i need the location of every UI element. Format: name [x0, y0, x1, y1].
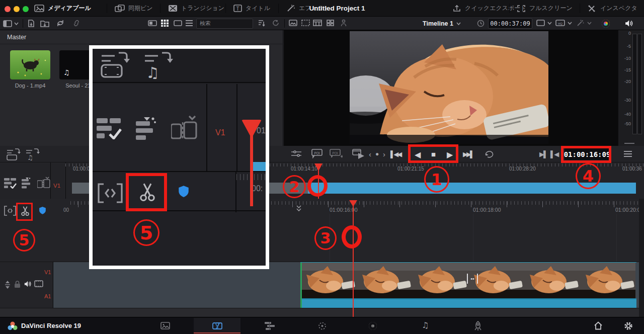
in-out-range-icon[interactable] [301, 20, 310, 26]
person-icon[interactable] [341, 19, 347, 27]
jump-next-edit-icon[interactable]: ▶▌ [539, 150, 547, 158]
track-speaker-icon[interactable] [23, 280, 32, 288]
chevron-down-icon [568, 22, 572, 25]
settings-gear-icon[interactable] [624, 321, 633, 330]
resolution-dropdown[interactable] [536, 20, 552, 26]
inset-snapping-icon[interactable] [177, 184, 190, 198]
trim-mode-icon[interactable] [4, 206, 16, 216]
smart-insert-icon[interactable] [4, 178, 17, 189]
timeline-selector[interactable]: Timeline 1 [423, 17, 461, 30]
inset-ripple-overwrite-icon[interactable] [171, 115, 197, 140]
previous-mark-icon[interactable]: ‹ [369, 150, 371, 158]
list-view-icon[interactable] [186, 19, 193, 28]
tab-titles[interactable]: T タイトル [233, 0, 270, 17]
source-timecode[interactable]: 00:00:37:09 [488, 18, 532, 29]
color-management-icon[interactable] [602, 20, 610, 28]
search-placeholder: 検索 [200, 20, 211, 27]
tab-media-pool[interactable]: メディアプール [34, 0, 91, 17]
tab-label: タイトル [246, 4, 270, 13]
inset-append-icon[interactable] [136, 116, 156, 140]
track-film-icon[interactable] [34, 280, 43, 287]
append-icon[interactable] [22, 178, 31, 189]
traffic-light-minimize[interactable] [14, 6, 20, 12]
next-mark-icon[interactable]: › [383, 150, 385, 158]
still-icon[interactable] [289, 20, 297, 26]
video-thumbnail [10, 50, 50, 79]
home-icon[interactable] [594, 321, 603, 330]
page-deliver-icon[interactable] [473, 321, 482, 331]
sync-icon[interactable] [56, 20, 64, 27]
audio-monitor-speaker-icon[interactable] [624, 19, 633, 28]
traffic-light-zoom[interactable] [23, 6, 29, 12]
last-frame-icon[interactable]: ▶▶▌ [463, 150, 473, 158]
card-view-icon[interactable] [148, 20, 157, 26]
loop-icon[interactable] [484, 149, 494, 158]
clip-left-edge[interactable] [300, 263, 302, 308]
import-media-icon[interactable] [27, 20, 35, 27]
first-frame-icon[interactable]: ▌◀◀ [390, 150, 400, 158]
meter-scale-10: -10 [624, 56, 631, 61]
annotation-ring-mini-playhead [307, 175, 328, 197]
inset-insert-video-icon[interactable] [100, 52, 131, 79]
transport-menu-icon[interactable] [624, 149, 632, 158]
page-edit-icon[interactable] [265, 322, 275, 330]
video-track-label[interactable]: V1 [44, 269, 51, 275]
track-height-icon[interactable] [4, 280, 11, 289]
collapse-chevrons-icon[interactable] [296, 205, 302, 212]
fullscreen-button[interactable]: フルスクリーン [517, 0, 573, 17]
jump-prev-edit-icon[interactable]: ▌◀ [550, 150, 558, 158]
refresh-icon[interactable] [272, 20, 279, 26]
tools-icon[interactable] [291, 150, 302, 158]
grid-view-icon[interactable] [161, 20, 169, 27]
grid-bins-icon[interactable] [327, 20, 334, 26]
sort-icon[interactable] [258, 19, 265, 27]
insert-audio-icon[interactable]: ♫ [25, 148, 40, 160]
inset-smart-insert-icon[interactable] [97, 117, 123, 139]
clip-thumbnail [300, 263, 356, 298]
timeline-clip[interactable]: •• [300, 262, 636, 307]
record-icon[interactable]: ● [375, 150, 379, 157]
ripple-overwrite-icon[interactable] [37, 177, 50, 189]
playhead-line [353, 200, 354, 317]
poi-icon[interactable]: POI [310, 149, 324, 159]
music-note-icon: ♫ [63, 68, 70, 76]
search-input[interactable]: 検索 [196, 19, 253, 29]
page-fairlight-icon[interactable]: ♫ [422, 320, 429, 330]
play-clip-icon[interactable] [352, 149, 365, 159]
inset-insert-audio-icon[interactable]: ♫ [143, 52, 174, 79]
meter-scale-5: -5 [627, 44, 631, 49]
page-fusion-icon[interactable] [317, 321, 327, 330]
enhancement-dropdown[interactable] [577, 20, 592, 27]
quick-export-button[interactable]: クイックエクスポート [453, 0, 527, 17]
viewer-video[interactable] [350, 31, 548, 144]
fullscreen-icon [517, 5, 525, 12]
lock-icon[interactable] [14, 281, 21, 288]
zoom-inset-callout: ♫ V1 01 [89, 45, 269, 269]
strip-view-icon[interactable] [174, 20, 182, 26]
poi-add-icon[interactable]: POI [330, 149, 343, 159]
unlink-icon[interactable] [72, 20, 80, 27]
inspector-button[interactable]: インスペクタ [588, 0, 637, 17]
snapping-icon[interactable] [38, 206, 47, 215]
panel-toggle[interactable] [3, 17, 19, 30]
traffic-light-close[interactable] [5, 6, 11, 12]
import-folder-icon[interactable] [40, 20, 49, 27]
bin-name[interactable]: Master [7, 34, 26, 41]
tab-transitions[interactable]: トランジション [168, 0, 224, 17]
inset-trim-mode-icon[interactable] [98, 183, 123, 203]
divider [225, 4, 226, 13]
tab-sync-bin[interactable]: 同期ビン [115, 0, 153, 17]
page-cut-tab[interactable] [194, 318, 240, 333]
media-clip-dog[interactable]: Dog - 1.mp4 [10, 50, 50, 89]
proxy-quality-dropdown[interactable]: HQ [555, 20, 572, 26]
page-color-icon[interactable] [369, 322, 377, 330]
page-media-icon[interactable] [160, 322, 170, 329]
vertical-scrollbar[interactable] [639, 199, 644, 317]
insert-video-icon[interactable] [6, 148, 21, 160]
audio-track-label[interactable]: A1 [44, 293, 51, 299]
clip-thumbnail [412, 263, 468, 298]
meter-slider[interactable] [624, 143, 634, 144]
multicam-icon[interactable] [313, 20, 322, 26]
inset-insert-row: ♫ [93, 49, 266, 83]
annotation-number-4: 4 [576, 163, 601, 189]
